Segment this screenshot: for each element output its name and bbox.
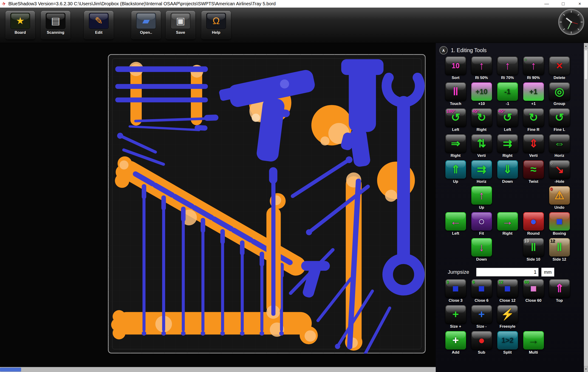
size-glyph: +	[478, 309, 485, 320]
tool-button-round[interactable]: ●Round	[520, 212, 546, 238]
tool-button-delete[interactable]: ×Delete	[546, 56, 572, 82]
close-3-icon: ■3	[445, 279, 466, 298]
toolbar-button-edit[interactable]: ✎Edit	[84, 11, 114, 40]
tool-button-fine-l[interactable]: ↺Fine L	[546, 108, 572, 134]
tool-label: Fit	[479, 231, 484, 236]
10-icon: +10	[471, 82, 492, 101]
tool-button-fit[interactable]: ○Fit	[469, 212, 494, 238]
tool-button-left[interactable]: ↺180°Left	[443, 108, 469, 134]
toolbar-button-scanning[interactable]: ▤Scanning	[41, 11, 70, 40]
close-60-badge: 60	[524, 280, 529, 285]
tool-button-ri-90[interactable]: ↑○Ri 90%	[520, 56, 546, 82]
maximize-button[interactable]: □	[555, 0, 571, 8]
tool-button-side-10[interactable]: ‖10Side 10	[520, 238, 546, 264]
close-button[interactable]: ×	[571, 0, 588, 8]
vertical-scrollbar-track[interactable]	[584, 49, 588, 366]
tool-button-size[interactable]: +Size -	[469, 305, 494, 331]
touch-glyph: ‖	[453, 86, 458, 97]
left-glyph: ←	[450, 216, 461, 227]
vertical-scrollbar[interactable]: ▲ ▼	[584, 43, 588, 372]
tool-button-right[interactable]: →Right	[494, 212, 520, 238]
tool-button-ri-50[interactable]: ↑Ri 50%	[469, 56, 494, 82]
close-3-badge: 3	[447, 280, 449, 285]
tool-label: Freesyle	[500, 324, 515, 329]
tool-button-top[interactable]: ⇑Top	[546, 279, 572, 305]
tool-button-close-6[interactable]: ■6Close 6	[469, 279, 494, 305]
toolbar-button-save[interactable]: ▣Save	[166, 11, 195, 40]
tool-label: Side 12	[553, 257, 567, 262]
tool-button-side-12[interactable]: ‖12Side 12	[546, 238, 572, 264]
tool-button-split[interactable]: 1>2Split	[494, 331, 520, 357]
boxing-glyph: ■	[556, 216, 563, 227]
jumpsize-input[interactable]	[476, 268, 539, 277]
tool-button-down[interactable]: ⇓Down	[494, 160, 520, 186]
tool-button-sort[interactable]: 10Sort	[443, 56, 469, 82]
close-60-glyph: ■	[530, 283, 537, 294]
toolbar-button-board[interactable]: ★Board	[6, 11, 35, 40]
tool-button-verti[interactable]: ⇕Verti	[520, 134, 546, 160]
minimize-button[interactable]: —	[538, 0, 555, 8]
tool-label: Down	[476, 257, 487, 262]
vertical-scrollbar-thumb[interactable]	[584, 50, 588, 80]
collapse-panel-button[interactable]: ∧	[439, 46, 448, 54]
tool-button-10[interactable]: +10+10	[469, 82, 494, 108]
toolbar-button-open[interactable]: ▰Open..	[131, 11, 161, 40]
tool-button-fine-r[interactable]: ↻Fine R	[520, 108, 546, 134]
ri-90-glyph: ↑	[531, 60, 536, 71]
tool-button-left[interactable]: ←Left	[443, 212, 469, 238]
tool-label: Ri 90%	[527, 76, 540, 80]
tool-button-close-60[interactable]: ■60Close 60	[520, 279, 546, 305]
tool-button-right[interactable]: ↻45°Right	[469, 108, 494, 134]
tool-button-group[interactable]: ◎Group	[546, 82, 572, 108]
tool-button-close-3[interactable]: ■3Close 3	[443, 279, 469, 305]
help-glyph: Ω	[212, 15, 220, 26]
tool-label: Touch	[450, 102, 462, 106]
tool-button-up[interactable]: ↑Up	[469, 186, 494, 212]
tool-button-1[interactable]: +1+1	[520, 82, 546, 108]
tool-label: +10	[478, 102, 485, 106]
tool-button-multi[interactable]: →Multi	[520, 331, 546, 357]
tool-button-right[interactable]: ⇉Right	[494, 134, 520, 160]
right-badge: 45°	[472, 109, 479, 114]
tool-button-freesyle[interactable]: ⚡Freesyle	[494, 305, 520, 331]
hole-glyph: ↘	[555, 164, 564, 175]
top-glyph: ⇑	[555, 283, 564, 294]
tool-button-horiz[interactable]: ⇔Horiz	[546, 134, 572, 160]
side-10-icon: ‖10	[523, 238, 544, 257]
left-icon: ←	[445, 212, 466, 231]
open-glyph: ▰	[142, 15, 150, 26]
tool-button-sub[interactable]: ●Sub	[469, 331, 494, 357]
tool-button-down[interactable]: ↓Down	[469, 238, 494, 264]
size-icon: +	[471, 305, 492, 324]
tool-button-ri-70[interactable]: ↑Ri 70%	[494, 56, 520, 82]
titlebar: ✈ BlueShadow3 Version=3.6.2.30 C:\Users\…	[0, 0, 588, 8]
up-icon: ↑	[471, 186, 492, 205]
round-icon: ●	[523, 212, 544, 231]
tool-button-hole[interactable]: ↘○-Hole	[546, 160, 572, 186]
toolbar-button-help[interactable]: ΩHelp	[201, 11, 231, 40]
tool-label: Ri 50%	[475, 76, 488, 80]
tool-button-close-12[interactable]: ■12Close 12	[494, 279, 520, 305]
tool-button-right[interactable]: ⇒Right	[443, 134, 469, 160]
tool-button-left[interactable]: ↺45°Left	[494, 108, 520, 134]
tool-button-size[interactable]: +Size +	[443, 305, 469, 331]
tool-button-horiz[interactable]: ⇉Horiz	[469, 160, 494, 186]
tool-button-undo[interactable]: ⚠0Undo	[546, 186, 572, 212]
scroll-down-button[interactable]: ▼	[584, 366, 588, 372]
tool-button-boxing[interactable]: ■Boxing	[546, 212, 572, 238]
scroll-up-button[interactable]: ▲	[584, 43, 588, 49]
tool-label: Left	[504, 127, 511, 132]
tool-button-add[interactable]: +Add	[443, 331, 469, 357]
tool-button-touch[interactable]: ‖Touch	[443, 82, 469, 108]
tool-button-1[interactable]: -1-1	[494, 82, 520, 108]
toolbar-label: Edit	[95, 30, 103, 35]
tool-button-twist[interactable]: ≈Twist	[520, 160, 546, 186]
horizontal-scrollbar-thumb[interactable]	[0, 368, 21, 372]
tool-label: Round	[527, 231, 540, 236]
toolbar-label: Scanning	[47, 30, 64, 35]
tool-button-up[interactable]: ⇑Up	[443, 160, 469, 186]
tool-button-verti[interactable]: ⇅Verti	[469, 134, 494, 160]
horizontal-scrollbar[interactable]	[0, 367, 436, 372]
board-canvas[interactable]	[108, 54, 426, 354]
split-icon: 1>2	[497, 331, 518, 350]
